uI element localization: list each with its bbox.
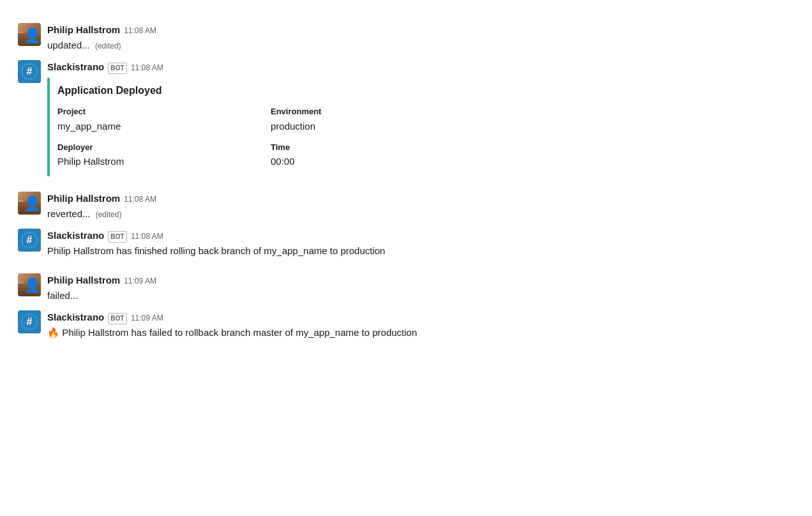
svg-rect-12: [19, 204, 23, 206]
svg-rect-21: [19, 285, 23, 288]
bot-badge: BOT: [108, 63, 127, 74]
avatar: [18, 192, 41, 215]
message-content: Philip Hallstrom 11:08 AM updated... (ed…: [47, 23, 794, 52]
avatar: [18, 23, 41, 46]
svg-point-22: [20, 285, 22, 286]
message-header: Philip Hallstrom 11:08 AM: [47, 23, 794, 37]
message-body: 🔥 Philip Hallstrom has failed to rollbac…: [47, 327, 417, 338]
avatar-bot: #: [18, 310, 41, 333]
svg-text:#: #: [27, 316, 33, 327]
message-text: 🔥 Philip Hallstrom has failed to rollbac…: [47, 326, 794, 340]
svg-text:#: #: [27, 234, 33, 245]
sender-name: Philip Hallstrom: [47, 273, 120, 287]
timestamp: 11:08 AM: [124, 26, 156, 37]
avatar-bot: #: [18, 60, 41, 83]
field-time: Time 00:00: [271, 141, 484, 169]
field-value: Philip Hallstrom: [57, 155, 271, 169]
message-body: updated...: [47, 40, 90, 50]
attachment-fields: Project my_app_name Environment producti…: [57, 105, 484, 168]
message-content: Slackistrano BOT 11:09 AM 🔥 Philip Halls…: [47, 310, 794, 340]
svg-text:#: #: [27, 66, 33, 77]
sender-name: Slackistrano: [47, 60, 104, 74]
message-text: Philip Hallstrom has finished rolling ba…: [47, 244, 794, 258]
message-group: Philip Hallstrom 11:08 AM updated... (ed…: [13, 20, 799, 55]
message-group: Philip Hallstrom 11:09 AM failed...: [13, 271, 799, 305]
svg-point-1: [20, 33, 22, 35]
svg-point-4: [20, 34, 22, 36]
message-body: failed...: [47, 290, 78, 301]
field-label: Project: [57, 105, 271, 118]
message-group: # Slackistrano BOT 11:08 AM Philip Halls…: [13, 226, 799, 261]
message-header: Slackistrano BOT 11:08 AM: [47, 229, 794, 243]
svg-point-2: [20, 33, 22, 35]
avatar-bot: #: [18, 229, 41, 252]
timestamp: 11:09 AM: [124, 276, 156, 287]
sender-name: Philip Hallstrom: [47, 23, 120, 37]
svg-point-19: [20, 283, 22, 285]
svg-point-20: [20, 283, 22, 285]
timestamp: 11:08 AM: [131, 63, 163, 74]
attachment-card: Application Deployed Project my_app_name…: [47, 78, 494, 176]
sender-name: Slackistrano: [47, 310, 104, 324]
message-content: Slackistrano BOT 11:08 AM Philip Hallstr…: [47, 229, 794, 258]
bot-badge: BOT: [108, 313, 127, 324]
message-group: # Slackistrano BOT 11:08 AM Application …: [13, 57, 799, 179]
field-deployer: Deployer Philip Hallstrom: [57, 141, 271, 169]
field-label: Environment: [271, 105, 484, 118]
svg-rect-0: [18, 32, 24, 38]
timestamp: 11:08 AM: [131, 231, 163, 243]
edited-label: (edited): [95, 42, 121, 50]
message-group: # Slackistrano BOT 11:09 AM 🔥 Philip Hal…: [13, 308, 799, 342]
timestamp: 11:09 AM: [131, 313, 163, 324]
message-body: reverted...: [47, 208, 91, 219]
field-label: Time: [271, 141, 484, 153]
message-text: failed...: [47, 289, 794, 303]
attachment-title: Application Deployed: [57, 83, 484, 98]
svg-point-13: [20, 203, 22, 204]
bot-badge: BOT: [108, 231, 127, 243]
field-value: my_app_name: [57, 119, 271, 133]
message-header: Philip Hallstrom 11:08 AM: [47, 192, 794, 206]
svg-rect-18: [18, 282, 24, 287]
timestamp: 11:08 AM: [124, 194, 156, 206]
chat-container: Philip Hallstrom 11:08 AM updated... (ed…: [0, 0, 812, 355]
message-content: Philip Hallstrom 11:09 AM failed...: [47, 273, 794, 303]
message-header: Slackistrano BOT 11:08 AM: [47, 60, 794, 74]
field-environment: Environment production: [271, 105, 484, 133]
message-text: reverted... (edited): [47, 207, 794, 221]
field-value: 00:00: [271, 155, 484, 169]
message-group: Philip Hallstrom 11:08 AM reverted... (e…: [13, 189, 799, 224]
svg-point-10: [20, 201, 22, 204]
field-label: Deployer: [57, 141, 271, 153]
sender-name: Philip Hallstrom: [47, 192, 120, 206]
field-project: Project my_app_name: [57, 105, 271, 133]
message-content: Slackistrano BOT 11:08 AM Application De…: [47, 60, 794, 176]
edited-label: (edited): [96, 210, 122, 219]
message-content: Philip Hallstrom 11:08 AM reverted... (e…: [47, 192, 794, 221]
message-header: Philip Hallstrom 11:09 AM: [47, 273, 794, 287]
sender-name: Slackistrano: [47, 229, 104, 243]
svg-rect-3: [19, 36, 23, 38]
svg-rect-9: [18, 200, 24, 206]
message-header: Slackistrano BOT 11:09 AM: [47, 310, 794, 324]
field-value: production: [271, 119, 484, 133]
avatar: [18, 273, 41, 296]
message-text: updated... (edited): [47, 38, 794, 52]
message-body: Philip Hallstrom has finished rolling ba…: [47, 245, 385, 256]
svg-point-11: [20, 201, 22, 203]
